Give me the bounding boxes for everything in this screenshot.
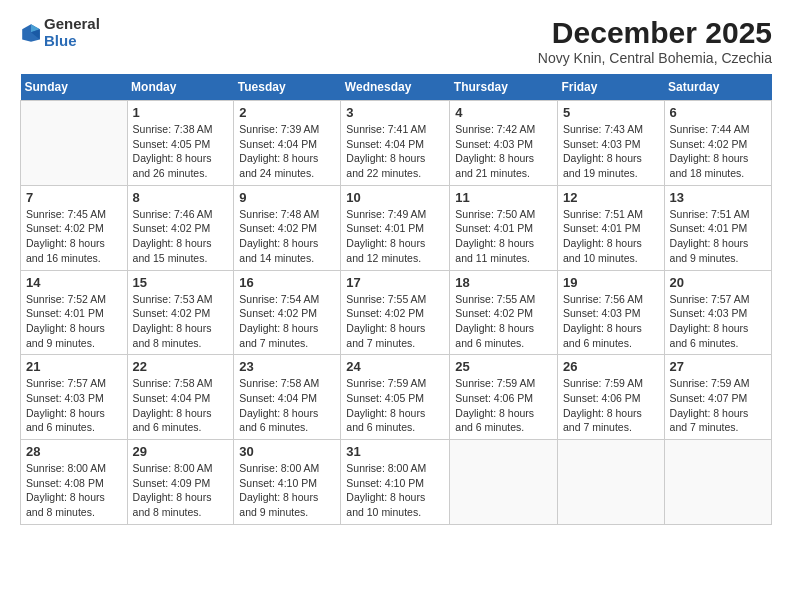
calendar-cell: 9Sunrise: 7:48 AMSunset: 4:02 PMDaylight… [234, 185, 341, 270]
day-header-friday: Friday [557, 74, 664, 101]
day-header-thursday: Thursday [450, 74, 558, 101]
title-block: December 2025 Novy Knin, Central Bohemia… [538, 16, 772, 66]
calendar-cell [21, 101, 128, 186]
day-detail: Sunrise: 7:48 AMSunset: 4:02 PMDaylight:… [239, 207, 335, 266]
day-detail: Sunrise: 7:58 AMSunset: 4:04 PMDaylight:… [133, 376, 229, 435]
header-row: SundayMondayTuesdayWednesdayThursdayFrid… [21, 74, 772, 101]
day-detail: Sunrise: 7:44 AMSunset: 4:02 PMDaylight:… [670, 122, 766, 181]
day-number: 27 [670, 359, 766, 374]
calendar-cell: 21Sunrise: 7:57 AMSunset: 4:03 PMDayligh… [21, 355, 128, 440]
calendar-week-1: 1Sunrise: 7:38 AMSunset: 4:05 PMDaylight… [21, 101, 772, 186]
day-detail: Sunrise: 7:59 AMSunset: 4:07 PMDaylight:… [670, 376, 766, 435]
day-number: 17 [346, 275, 444, 290]
calendar-cell: 3Sunrise: 7:41 AMSunset: 4:04 PMDaylight… [341, 101, 450, 186]
day-number: 30 [239, 444, 335, 459]
day-number: 20 [670, 275, 766, 290]
day-detail: Sunrise: 7:59 AMSunset: 4:05 PMDaylight:… [346, 376, 444, 435]
calendar-week-4: 21Sunrise: 7:57 AMSunset: 4:03 PMDayligh… [21, 355, 772, 440]
calendar-cell: 31Sunrise: 8:00 AMSunset: 4:10 PMDayligh… [341, 440, 450, 525]
logo-blue: Blue [44, 33, 100, 50]
calendar-cell [557, 440, 664, 525]
calendar-table: SundayMondayTuesdayWednesdayThursdayFrid… [20, 74, 772, 525]
day-number: 2 [239, 105, 335, 120]
day-number: 24 [346, 359, 444, 374]
day-number: 14 [26, 275, 122, 290]
day-number: 3 [346, 105, 444, 120]
day-number: 28 [26, 444, 122, 459]
day-detail: Sunrise: 7:52 AMSunset: 4:01 PMDaylight:… [26, 292, 122, 351]
calendar-cell: 11Sunrise: 7:50 AMSunset: 4:01 PMDayligh… [450, 185, 558, 270]
calendar-cell: 23Sunrise: 7:58 AMSunset: 4:04 PMDayligh… [234, 355, 341, 440]
calendar-cell [450, 440, 558, 525]
calendar-subtitle: Novy Knin, Central Bohemia, Czechia [538, 50, 772, 66]
day-detail: Sunrise: 8:00 AMSunset: 4:08 PMDaylight:… [26, 461, 122, 520]
day-detail: Sunrise: 8:00 AMSunset: 4:10 PMDaylight:… [239, 461, 335, 520]
calendar-cell: 7Sunrise: 7:45 AMSunset: 4:02 PMDaylight… [21, 185, 128, 270]
calendar-cell: 26Sunrise: 7:59 AMSunset: 4:06 PMDayligh… [557, 355, 664, 440]
day-number: 13 [670, 190, 766, 205]
calendar-cell: 5Sunrise: 7:43 AMSunset: 4:03 PMDaylight… [557, 101, 664, 186]
day-detail: Sunrise: 7:42 AMSunset: 4:03 PMDaylight:… [455, 122, 552, 181]
day-number: 26 [563, 359, 659, 374]
calendar-cell: 14Sunrise: 7:52 AMSunset: 4:01 PMDayligh… [21, 270, 128, 355]
calendar-cell: 29Sunrise: 8:00 AMSunset: 4:09 PMDayligh… [127, 440, 234, 525]
logo-general: General [44, 16, 100, 33]
day-header-sunday: Sunday [21, 74, 128, 101]
day-detail: Sunrise: 7:55 AMSunset: 4:02 PMDaylight:… [455, 292, 552, 351]
calendar-cell: 4Sunrise: 7:42 AMSunset: 4:03 PMDaylight… [450, 101, 558, 186]
day-detail: Sunrise: 7:39 AMSunset: 4:04 PMDaylight:… [239, 122, 335, 181]
day-number: 11 [455, 190, 552, 205]
calendar-cell: 13Sunrise: 7:51 AMSunset: 4:01 PMDayligh… [664, 185, 771, 270]
calendar-cell: 6Sunrise: 7:44 AMSunset: 4:02 PMDaylight… [664, 101, 771, 186]
day-detail: Sunrise: 7:50 AMSunset: 4:01 PMDaylight:… [455, 207, 552, 266]
calendar-week-5: 28Sunrise: 8:00 AMSunset: 4:08 PMDayligh… [21, 440, 772, 525]
calendar-cell: 24Sunrise: 7:59 AMSunset: 4:05 PMDayligh… [341, 355, 450, 440]
day-detail: Sunrise: 7:45 AMSunset: 4:02 PMDaylight:… [26, 207, 122, 266]
day-detail: Sunrise: 7:57 AMSunset: 4:03 PMDaylight:… [670, 292, 766, 351]
calendar-cell: 27Sunrise: 7:59 AMSunset: 4:07 PMDayligh… [664, 355, 771, 440]
day-number: 31 [346, 444, 444, 459]
day-header-tuesday: Tuesday [234, 74, 341, 101]
day-detail: Sunrise: 7:41 AMSunset: 4:04 PMDaylight:… [346, 122, 444, 181]
calendar-week-2: 7Sunrise: 7:45 AMSunset: 4:02 PMDaylight… [21, 185, 772, 270]
calendar-cell: 18Sunrise: 7:55 AMSunset: 4:02 PMDayligh… [450, 270, 558, 355]
day-number: 1 [133, 105, 229, 120]
day-number: 22 [133, 359, 229, 374]
day-number: 8 [133, 190, 229, 205]
day-number: 4 [455, 105, 552, 120]
day-detail: Sunrise: 7:38 AMSunset: 4:05 PMDaylight:… [133, 122, 229, 181]
logo-text: General Blue [44, 16, 100, 49]
day-detail: Sunrise: 7:54 AMSunset: 4:02 PMDaylight:… [239, 292, 335, 351]
day-detail: Sunrise: 7:43 AMSunset: 4:03 PMDaylight:… [563, 122, 659, 181]
calendar-cell [664, 440, 771, 525]
day-number: 12 [563, 190, 659, 205]
day-detail: Sunrise: 7:59 AMSunset: 4:06 PMDaylight:… [563, 376, 659, 435]
day-number: 7 [26, 190, 122, 205]
day-number: 10 [346, 190, 444, 205]
day-header-monday: Monday [127, 74, 234, 101]
calendar-cell: 1Sunrise: 7:38 AMSunset: 4:05 PMDaylight… [127, 101, 234, 186]
calendar-cell: 10Sunrise: 7:49 AMSunset: 4:01 PMDayligh… [341, 185, 450, 270]
calendar-cell: 2Sunrise: 7:39 AMSunset: 4:04 PMDaylight… [234, 101, 341, 186]
calendar-cell: 28Sunrise: 8:00 AMSunset: 4:08 PMDayligh… [21, 440, 128, 525]
day-header-saturday: Saturday [664, 74, 771, 101]
day-detail: Sunrise: 7:51 AMSunset: 4:01 PMDaylight:… [563, 207, 659, 266]
day-number: 23 [239, 359, 335, 374]
day-number: 16 [239, 275, 335, 290]
calendar-title: December 2025 [538, 16, 772, 50]
day-number: 29 [133, 444, 229, 459]
calendar-cell: 22Sunrise: 7:58 AMSunset: 4:04 PMDayligh… [127, 355, 234, 440]
day-number: 19 [563, 275, 659, 290]
calendar-cell: 17Sunrise: 7:55 AMSunset: 4:02 PMDayligh… [341, 270, 450, 355]
day-number: 21 [26, 359, 122, 374]
day-detail: Sunrise: 7:57 AMSunset: 4:03 PMDaylight:… [26, 376, 122, 435]
day-detail: Sunrise: 7:59 AMSunset: 4:06 PMDaylight:… [455, 376, 552, 435]
calendar-cell: 19Sunrise: 7:56 AMSunset: 4:03 PMDayligh… [557, 270, 664, 355]
day-number: 18 [455, 275, 552, 290]
day-number: 15 [133, 275, 229, 290]
day-number: 25 [455, 359, 552, 374]
calendar-cell: 20Sunrise: 7:57 AMSunset: 4:03 PMDayligh… [664, 270, 771, 355]
day-detail: Sunrise: 7:56 AMSunset: 4:03 PMDaylight:… [563, 292, 659, 351]
calendar-week-3: 14Sunrise: 7:52 AMSunset: 4:01 PMDayligh… [21, 270, 772, 355]
calendar-cell: 16Sunrise: 7:54 AMSunset: 4:02 PMDayligh… [234, 270, 341, 355]
